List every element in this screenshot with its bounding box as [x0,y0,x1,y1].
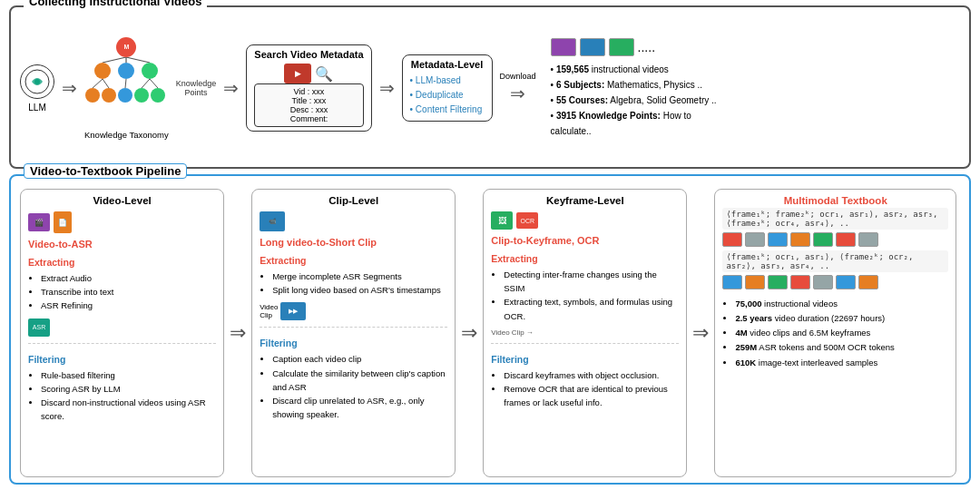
metadata-level-title: Metadata-Level [410,59,485,70]
llm-label: LLM [28,103,45,113]
bottom-section: Video-to-Textbook Pipeline Video-Level 🎬… [9,174,971,485]
metadata-box: Vid : xxx Title : xxx Desc : xxx Comment… [254,83,363,127]
tb-icon-o3 [858,275,878,289]
textbook-header: Multimodal Textbook [722,195,948,206]
video-filter-title: Filtering [28,354,216,365]
svg-line-4 [126,57,150,63]
c-flt-1: Caption each video clip [272,352,447,366]
tb-icon-g2 [858,232,878,247]
tree-node-l1b [118,63,134,79]
doc-icon: 📄 [54,211,72,233]
textbook-formula-2: ⟨frame₁ᵏ; ocr₁, asr₁⟩, ⟨frame₂ᵏ; ocr₂, a… [722,250,948,272]
arrow-clip-kf: ⇒ [461,189,477,477]
taxonomy-label: Knowledge Taxonomy [84,130,169,140]
textbook-icons-row1 [722,232,948,247]
kf-filter-list: Discard keyframes with object occlusion.… [491,368,679,410]
video-search-icon: ▶ [284,64,311,83]
stat-4: 259M ASR tokens and 500M OCR tokens [735,340,948,355]
c-flt-3: Discard clip unrelated to ASR, e.g., onl… [272,394,447,421]
clip-thumb: ▶▶ [280,302,306,320]
tree-node-root: M [116,37,136,57]
video-extracting-title: Extracting [28,257,216,268]
tb-icon-r2 [836,232,856,247]
meta-desc: Desc : xxx [260,105,357,114]
svg-point-1 [34,79,40,84]
kf-extract-list: Detecting inter-frame changes using the … [491,268,679,323]
video-clip-text: VideoClip [260,303,278,319]
meta-item-1: LLM-based [416,75,461,85]
tree-node-l2e [151,88,165,103]
vid-thumb-2 [580,38,605,56]
kf-ext-1: Detecting inter-frame changes using the … [504,268,679,295]
tree-node-l2c [118,88,132,103]
metadata-level-box: Metadata-Level • LLM-based • Deduplicate… [402,54,493,122]
tb-icon-b2 [722,275,742,289]
divider-2 [260,327,447,328]
main-container: Collecting Instructional Videos LLM ⇒ [0,0,980,490]
c-ext-1: Merge incomplete ASR Segments [272,270,447,283]
metadata-level-items: • LLM-based • Deduplicate • Content Filt… [410,74,485,117]
tb-icon-gr2 [768,275,788,289]
video-level-header: Video-Level [28,195,216,206]
arrow-search-metadata: ⇒ [379,77,395,99]
search-box-title: Search Video Metadata [254,49,363,60]
clip-extract-list: Merge incomplete ASR Segments Split long… [260,270,447,297]
top-section-title: Collecting Instructional Videos [24,0,207,8]
clip-extracting-title: Extracting [260,255,447,266]
kf-ext-2: Extracting text, symbols, and formulas u… [504,295,679,322]
arrow-kf-textbook: ⇒ [692,189,709,477]
top-section: Collecting Instructional Videos LLM ⇒ [9,5,971,169]
result-4: • 3915 Knowledge Points: How to calculat… [551,108,718,139]
arrow-vid-clip: ⇒ [230,189,246,477]
svg-line-2 [103,57,126,63]
video-level-col: Video-Level 🎬 📄 Video-to-ASR Extracting … [20,189,224,477]
result-3: • 55 Courses: Algebra, Solid Geometry .. [551,93,718,108]
svg-line-5 [93,79,103,88]
svg-line-6 [103,79,109,88]
search-video-box: Search Video Metadata ▶ 🔍 Vid : xxx Titl… [246,44,371,132]
asr-label-row: ASR [28,318,216,337]
tree-node-l1c [142,63,158,79]
v-flt-2: Scoring ASR by LLM [41,382,216,396]
textbook-col: Multimodal Textbook ⟨frame₁ᵏ; frame₂ᵏ; o… [714,189,956,477]
textbook-icons-row2 [722,275,948,289]
meta-comment: Comment: [260,114,357,123]
tb-icon-r3 [790,275,810,289]
asr-icon: ASR [28,318,50,337]
tb-icon-g1 [745,232,765,247]
result-2: • 6 Subjects: Mathematics, Physics .. [551,77,718,93]
tb-icon-o1 [790,232,810,247]
stat-1: 75,000 instructional videos [735,297,948,311]
kf-icons-small: 🖼 OCR [491,211,679,230]
svg-line-8 [142,79,150,88]
tb-icon-b1 [768,232,788,247]
result-1: • 159,565 instructional videos [551,62,718,77]
textbook-formula-1: ⟨frame₁ᵏ; frame₂ᵏ; ocr₁, asr₁⟩, asr₂, as… [722,208,948,230]
v-ext-1: Extract Audio [41,271,216,285]
stat-3: 4M video clips and 6.5M keyframes [735,326,948,340]
svg-line-7 [125,79,126,88]
video-filter-list: Rule-based filtering Scoring ASR by LLM … [28,368,216,424]
llm-block: LLM [20,64,54,113]
film-icon: 🎬 [28,213,50,231]
magnifier-icon: 🔍 [315,65,333,83]
vid-thumb-1 [551,38,576,56]
meta-item-2: Deduplicate [416,90,464,100]
video-icons-small: 🎬 📄 [28,211,216,233]
clip-level-header: Clip-Level [260,195,447,206]
tb-icon-gr1 [813,232,833,247]
v-ext-2: Transcribe into text [41,285,216,299]
vid-thumb-3 [609,38,634,56]
c-ext-2: Split long video based on ASR's timestam… [272,283,447,297]
v-flt-3: Discard non-instructional videos using A… [41,396,216,423]
stat-5: 610K image-text interleaved samples [735,356,948,370]
tree-node-l2a [85,88,100,103]
tree-node-l2d [134,88,149,103]
svg-line-9 [150,79,158,88]
bottom-section-title: Video-to-Textbook Pipeline [24,163,187,179]
video-extract-list: Extract Audio Transcribe into text ASR R… [28,271,216,313]
tree-node-l1a [94,63,111,79]
video-icons-row: ..... [551,37,718,59]
divider-3 [491,343,679,344]
tb-icon-o2 [745,275,765,289]
